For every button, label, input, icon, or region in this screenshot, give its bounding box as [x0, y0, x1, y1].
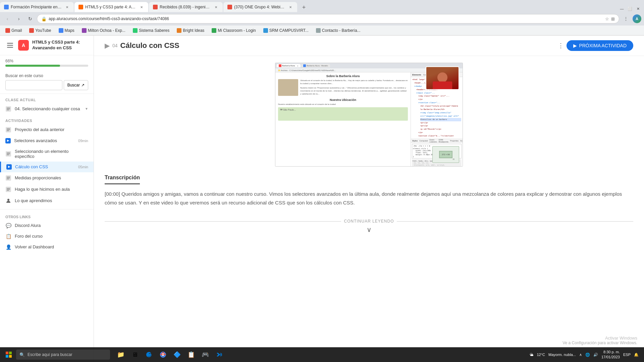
item-03-icon [5, 151, 11, 157]
sistema-label: Sistema Saberes [139, 28, 169, 33]
up-arrow-icon[interactable]: ∧ [579, 353, 582, 357]
item-07-icon [5, 198, 11, 204]
extensions-button[interactable]: ⋮ [621, 14, 631, 23]
transcript-text: [00:00] Queridos amigos y amigas, vamos … [105, 190, 633, 207]
tab-title-1: Formación Principiante en Progr... [11, 5, 62, 9]
classroom-favicon [212, 28, 216, 33]
tab-title-4: (370) ONE Grupo 4: Webinar de ... [234, 5, 286, 9]
continue-reading-label[interactable]: CONTINUAR LEYENDO [344, 219, 394, 224]
taskbar-app-5[interactable]: 🔷 [170, 348, 184, 361]
external-link-icon: ↗ [81, 83, 85, 87]
taskbar-files-app[interactable]: 📁 [114, 348, 127, 361]
sidebar-item-02[interactable]: ▶ Selectores avanzados 09min [0, 135, 94, 146]
bookmark-sistema[interactable]: Sistema Saberes [130, 27, 172, 34]
page-content: Barbería Alura ✕ Barbería Alura - Modelo… [94, 56, 644, 242]
taskbar-chrome-app[interactable] [156, 348, 170, 361]
profile-icon[interactable]: A [633, 14, 641, 23]
discord-label: Discord Alura [15, 223, 41, 228]
clase-actual-icon [5, 106, 11, 112]
activate-subtitle: Ve a Configuración para activar Windows. [562, 341, 637, 345]
forward-button[interactable]: › [14, 14, 23, 23]
taskbar-app-7[interactable]: 🎮 [199, 348, 212, 361]
tab-close-3[interactable]: ✕ [213, 4, 219, 10]
taskbar-right-area: 🌥 12°C Mayorm. nubla... ∧ 🌐 🔊 8:30 p. m.… [530, 350, 641, 360]
milton-label: Milton Ochoa - Exp... [88, 28, 125, 33]
taskbar-edge-app[interactable] [142, 348, 156, 361]
back-button[interactable]: ‹ [3, 14, 12, 23]
weather-text: Mayorm. nubla... [548, 353, 576, 357]
address-bar[interactable]: 🔒 app.aluracursos.com/course/html5-css3-… [37, 14, 619, 23]
sidebar-item-04[interactable]: ▶ Cálculo con CSS 05min [0, 162, 94, 172]
maximize-button[interactable]: ⬜ [627, 5, 633, 12]
sidebar-item-05[interactable]: Medidas proporcionales [0, 172, 94, 184]
next-activity-button[interactable]: ▶ PRÓXIMA ACTIVIDAD [567, 40, 633, 51]
taskbar-clock[interactable]: 8:30 p. m. 17/01/2023 [601, 350, 620, 360]
svg-rect-16 [7, 177, 10, 177]
main-layout: A HTML5 y CSS3 parte 4: Avanzando en CSS… [0, 36, 644, 362]
page-main: ▶ 04 Cálculo con CSS ⋮ ▶ PRÓXIMA ACTIVID… [94, 36, 644, 362]
svg-rect-6 [7, 110, 9, 110]
svg-rect-0 [7, 43, 13, 44]
notification-icon[interactable]: 🔔 [634, 353, 639, 357]
bookmark-contacto[interactable]: Contacto - Barbería... [313, 27, 363, 34]
bookmark-milton[interactable]: Milton Ochoa - Exp... [79, 27, 128, 34]
search-input[interactable] [5, 80, 62, 90]
hamburger-button[interactable] [5, 41, 15, 50]
search-button[interactable]: Buscar ↗ [64, 80, 88, 90]
tab-1[interactable]: Formación Principiante en Progr... ✕ [0, 2, 74, 12]
sidebar-item-07[interactable]: Lo que aprendimos [0, 195, 94, 206]
svg-rect-2 [7, 47, 13, 48]
tab-3[interactable]: Recibidos (8.039) - ingenieraagr... ✕ [149, 2, 223, 12]
bookmark-gmail[interactable]: Gmail [3, 27, 24, 34]
bookmark-srm[interactable]: SRM CAMPUSVIRT... [261, 27, 311, 34]
item-04-duration: 05min [78, 165, 88, 169]
item-06-text: Haga lo que hicimos en aula [15, 187, 88, 192]
taskbar-app-2[interactable]: 🖥 [128, 348, 142, 361]
extension-icon[interactable]: ⊞ [611, 16, 615, 21]
address-bar-row: ‹ › ↻ 🔒 app.aluracursos.com/course/html5… [0, 12, 644, 25]
reload-button[interactable]: ↻ [25, 14, 35, 23]
item-07-text: Lo que aprendimos [15, 198, 88, 203]
video-screenshot[interactable]: Barbería Alura ✕ Barbería Alura - Modelo… [275, 63, 463, 167]
discord-link[interactable]: 💬 Discord Alura [0, 220, 94, 231]
dots-menu-button[interactable]: ⋮ [555, 41, 567, 51]
start-button[interactable] [3, 349, 15, 361]
svg-rect-18 [7, 179, 9, 179]
svg-rect-14 [7, 155, 9, 155]
search-taskbar-icon: 🔍 [19, 352, 25, 357]
bookmark-bright[interactable]: Bright Ideas [174, 27, 207, 34]
bookmark-classroom[interactable]: Mi Classroom - Login [209, 27, 258, 34]
bookmark-maps[interactable]: Maps [56, 27, 77, 34]
taskbar-app-6[interactable]: 📋 [184, 348, 198, 361]
weather-icon: 🌥 [530, 353, 533, 357]
new-tab-button[interactable]: + [299, 3, 309, 12]
minimize-button[interactable]: — [619, 5, 625, 12]
svg-rect-17 [7, 178, 10, 178]
tab-2[interactable]: HTML5 y CSS3 parte 4: Avan... ✕ [74, 2, 148, 12]
tab-close-4[interactable]: ✕ [288, 4, 293, 10]
bookmark-star-icon[interactable]: ☆ [605, 16, 609, 21]
bookmark-youtube[interactable]: YouTube [26, 27, 54, 34]
sidebar-item-01[interactable]: Proyecto del aula anterior [0, 124, 94, 135]
taskbar-search[interactable]: 🔍 Escribe aquí para buscar [16, 350, 110, 360]
foro-link[interactable]: 📋 Foro del curso [0, 231, 94, 242]
tab-close-1[interactable]: ✕ [64, 4, 70, 10]
tab-favicon-4 [227, 5, 232, 9]
sidebar-item-03[interactable]: Seleccionando un elemento específico [0, 146, 94, 162]
gmail-favicon [5, 28, 10, 33]
sidebar-item-06[interactable]: Haga lo que hicimos en aula [0, 184, 94, 195]
tab-close-2[interactable]: ✕ [139, 4, 144, 10]
clock-time: 8:30 p. m. [601, 350, 620, 355]
clase-actual-item[interactable]: 04. Seleccionando cualquier cosa ▼ [0, 103, 94, 115]
tab-4[interactable]: (370) ONE Grupo 4: Webinar de ... ✕ [223, 2, 297, 12]
close-window-button[interactable]: ✕ [635, 5, 641, 12]
clase-actual-text: 04. Seleccionando cualquier cosa [15, 106, 82, 111]
tab-favicon-2 [78, 5, 83, 9]
search-btn-label: Buscar [67, 83, 80, 87]
divider-line-left [105, 221, 341, 222]
chevron-down-icon[interactable]: ∨ [367, 226, 372, 233]
youtube-favicon [29, 28, 34, 33]
dashboard-link[interactable]: 👤 Volver al Dashboard [0, 242, 94, 252]
item-03-text: Seleccionando un elemento específico [15, 149, 88, 159]
taskbar-vscode-app[interactable] [213, 348, 226, 361]
